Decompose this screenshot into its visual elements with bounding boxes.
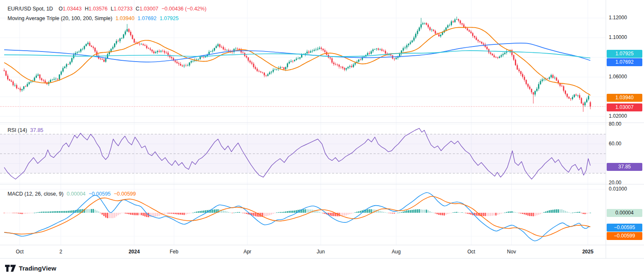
candle-body <box>178 63 179 64</box>
macd-hist-bar <box>230 212 231 213</box>
macd-hist-bar <box>116 213 117 217</box>
macd-hist-bar <box>285 212 286 213</box>
candle-body <box>379 49 381 50</box>
candle-body <box>20 88 21 90</box>
macd-hist-value: 0.00004 <box>67 191 86 197</box>
macd-hist-bar <box>94 210 96 213</box>
macd-hist-bar <box>281 212 283 213</box>
candle-body <box>483 44 484 45</box>
candle-body <box>531 89 532 92</box>
candle-body <box>372 49 374 51</box>
candle-body <box>248 57 249 61</box>
candle-body <box>10 80 12 81</box>
candle-body <box>5 71 7 75</box>
macd-legend[interactable]: MACD (12, 26, close, 9) 0.00004 −0.00595… <box>8 191 138 197</box>
macd-hist-bar <box>231 213 233 213</box>
macd-hist-bar <box>342 213 343 216</box>
candle-body <box>237 49 238 49</box>
macd-hist-bar <box>239 212 240 213</box>
macd-hist-bar <box>44 212 46 213</box>
candle-body <box>192 61 194 62</box>
macd-hist-bar <box>294 211 295 213</box>
candle-body <box>502 54 504 55</box>
candle-body <box>576 95 577 95</box>
macd-hist-bar <box>561 209 563 213</box>
macd-hist-bar <box>226 212 228 213</box>
candle-body <box>583 103 584 105</box>
candle-body <box>185 66 187 66</box>
macd-hist-bar <box>205 210 206 213</box>
candle-body <box>162 51 164 51</box>
candle-body <box>526 80 527 84</box>
candle-body <box>395 58 397 59</box>
macd-hist-bar <box>565 211 566 213</box>
macd-hist-bar <box>488 213 489 216</box>
macd-hist-bar <box>9 213 10 213</box>
candle-body <box>203 57 204 57</box>
macd-hist-bar <box>413 210 415 213</box>
candle-body <box>367 53 368 55</box>
candle-body <box>348 67 349 68</box>
candle-body <box>561 86 563 86</box>
candle-body <box>141 44 142 44</box>
tradingview-logo[interactable]: TradingView <box>5 264 56 272</box>
candle-body <box>55 79 57 79</box>
high-value: 1.03576 <box>88 6 107 12</box>
symbol-legend[interactable]: EUR/USD Spot, 1D O1.03443 H1.03576 L1.02… <box>8 6 208 12</box>
candle-body <box>57 79 58 79</box>
ma-legend[interactable]: Moving Average Triple (20, 100, 200, Sim… <box>8 15 180 21</box>
macd-hist-bar <box>495 213 496 216</box>
candle-body <box>349 66 351 67</box>
candle-body <box>474 36 475 38</box>
candle-body <box>21 89 23 90</box>
macd-hist-bar <box>379 211 381 213</box>
macd-hist-bar <box>36 212 37 213</box>
macd-hist-bar <box>255 213 256 216</box>
candle-body <box>412 41 413 42</box>
macd-hist-bar <box>470 213 472 215</box>
candle-body <box>117 41 119 41</box>
candle-body <box>157 51 158 52</box>
symbol-title: EUR/USD Spot, 1D <box>8 6 53 12</box>
candle-body <box>308 52 309 52</box>
macd-hist-bar <box>315 211 317 213</box>
macd-hist-bar <box>387 213 388 213</box>
candle-body <box>408 44 409 45</box>
candle-body <box>435 31 436 34</box>
macd-hist-bar <box>110 213 112 218</box>
macd-hist-bar <box>572 213 573 213</box>
macd-hist-bar <box>180 213 181 214</box>
candle-body <box>590 102 591 106</box>
macd-hist-bar <box>125 213 126 214</box>
macd-hist-bar <box>96 211 97 213</box>
macd-hist-bar <box>545 212 546 213</box>
candle-body <box>4 70 5 71</box>
candle-body <box>569 97 570 98</box>
macd-hist-bar <box>150 213 151 217</box>
macd-hist-bar <box>13 213 14 213</box>
macd-hist-bar <box>70 211 71 213</box>
macd-hist-bar <box>41 212 42 213</box>
chart-canvas[interactable] <box>0 0 644 276</box>
macd-hist-bar <box>444 213 445 216</box>
candle-body <box>315 49 317 50</box>
macd-hist-bar <box>397 213 399 213</box>
ma20-badge: 1.03940 <box>607 94 642 102</box>
candle-body <box>570 98 571 99</box>
macd-hist-bar <box>37 212 39 213</box>
candle-body <box>70 62 71 64</box>
macd-hist-bar <box>319 212 320 213</box>
macd-signal-badge: −0.00599 <box>607 232 642 240</box>
rsi-legend[interactable]: RSI (14) 37.85 <box>8 127 45 133</box>
macd-hist-bar <box>78 209 80 213</box>
candle-body <box>292 61 293 62</box>
candle-body <box>312 51 313 51</box>
candle-body <box>378 49 379 50</box>
candle-body <box>572 97 573 99</box>
macd-hist-bar <box>405 211 406 213</box>
time-axis-label: Nov <box>507 249 516 255</box>
candle-body <box>390 54 392 55</box>
macd-hist-bar <box>383 212 384 213</box>
candle-body <box>271 72 272 72</box>
candle-body <box>358 59 359 62</box>
